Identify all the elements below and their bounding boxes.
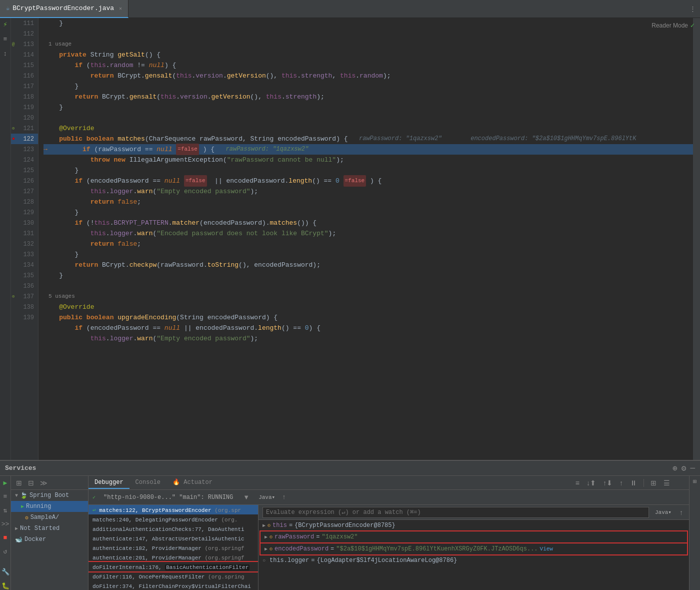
step-out-btn[interactable]: ↑⬇ [601,478,614,488]
var-item-this[interactable]: ▶ ⊙ this = {BCryptPasswordEncoder@8785} [258,520,689,531]
code-line-130: this.logger.warn("Encoded password does … [44,228,693,239]
return-icon: ↩ [92,507,99,513]
var-item-rawpassword[interactable]: ▶ ⊙ rawPassword = "1qazxsw2" [260,531,687,542]
code-line-124: } [44,165,693,176]
collapse-tree-btn[interactable]: ⊟ [26,478,36,488]
bug-icon[interactable]: 🐛 [2,582,10,590]
line-num-122: 122 ● [11,134,38,144]
var-arrow-this: ▶ [262,521,266,530]
stack-frame-6[interactable]: doFilterInternal:176, BasicAuthenticatio… [88,562,258,571]
evaluate-toolbar: Java▾ ↑ [258,505,689,520]
line-num-127: 127 [11,186,38,197]
code-line-134: } [44,270,693,281]
arrow-icon: ▼ [15,493,18,498]
gear-small-icon: ⚙ [25,514,28,521]
variables-java-badge[interactable]: Java▾ [652,508,674,516]
line-num-139: 139 [11,312,38,323]
line-num-125: 125 [11,165,38,176]
filter-button[interactable]: ▼ [241,493,252,501]
debugger-panel: Debugger Console 🔥 Actuator ≡ ↓⬆ ↑⬇ ↑ ⏸ [88,476,689,590]
tree-item-docker-label: Docker [24,536,46,543]
expand-icon[interactable]: >> [2,520,10,528]
settings-icon[interactable]: ⚙ [682,463,686,473]
list-icon[interactable]: ≡ [4,493,8,500]
running-status: "http-nio-9080-e..." "main": RUNNING [100,493,237,502]
add-watch-btn[interactable]: ↑ [678,507,685,517]
close-icon[interactable]: ✕ [119,6,122,12]
line-num-138: 138 [11,302,38,312]
minimize-icon[interactable]: — [690,464,695,473]
line-num-119: 119 [11,102,38,113]
tree-item-docker[interactable]: 🐋 Docker [11,534,88,545]
globe-icon[interactable]: ⊕ [672,463,678,473]
var-name-this: this [272,521,287,530]
tab-console[interactable]: Console [130,477,166,489]
code-line-135 [44,281,693,291]
code-line-115: return BCrypt.gensalt(this.version.getVe… [44,71,693,81]
line-num-123: 123 [11,144,38,155]
code-line-111: } [44,18,693,29]
code-line-128: } [44,207,693,218]
panel-icon-2[interactable]: ≡ [4,36,8,43]
var-item-encoded[interactable]: ▶ ⊙ encodedPassword = "$2a$10$1gHHMqYmv7… [260,543,687,554]
rerun-icon[interactable]: ↺ [4,547,8,555]
sort-icon[interactable]: ⇅ [4,506,8,514]
stack-frame-8[interactable]: doFilter:374, FilterChainProxy$VirtualFi… [88,581,258,590]
editor-scrollbar[interactable] [693,18,700,460]
right-icon-1[interactable]: ⊞ [693,478,696,485]
var-eq-enc: = [330,544,334,554]
view-link[interactable]: View [540,544,553,554]
usage-hint-136: 5 usages [44,291,693,302]
expand-tree-btn[interactable]: ⊞ [14,478,24,488]
tab-debugger[interactable]: Debugger [88,477,130,489]
panel-icon-3[interactable]: ↕ [4,50,8,58]
line-num-115: 115 [11,60,38,71]
pause-btn[interactable]: ⏸ [628,478,639,488]
tree-panel: ⊞ ⊟ ≫ ▼ 🍃 Spring Boot ▶ Running ⚙ Sample… [11,476,88,590]
debugger-content: Debugger Console 🔥 Actuator ≡ ↓⬆ ↑⬇ ↑ ⏸ [88,476,689,590]
code-line-133: return BCrypt.checkpw(rawPassword.toStri… [44,260,693,270]
services-header-icons: ⊕ ⚙ — [672,463,695,473]
step-into-btn[interactable]: ↓⬆ [584,478,598,488]
line-num-120: 120 [11,113,38,123]
stack-frame-0[interactable]: ↩ matches:122, BCryptPasswordEncoder (or… [88,505,258,514]
wrench-icon[interactable]: 🔧 [2,568,10,576]
reader-mode-button[interactable]: Reader Mode ✓ [652,22,695,29]
tree-item-springboot[interactable]: ▼ 🍃 Spring Boot [11,490,88,501]
add-watch-icon[interactable]: ↑ [282,493,286,501]
stack-frame-3[interactable]: authenticate:147, AbstractUserDetailsAut… [88,533,258,543]
move-btn[interactable]: ≫ [38,478,50,488]
run-cursor-btn[interactable]: ↑ [618,478,625,488]
stack-frame-1[interactable]: matches:240, DelegatingPasswordEncoder (… [88,514,258,524]
evaluate-input[interactable] [262,507,649,518]
panel-icon-1[interactable]: ⚡ [3,20,7,29]
line-num-129: 129 [11,207,38,218]
code-line-131: return false; [44,239,693,249]
line-num-137: 137 ⊙ [11,291,38,302]
tab-menu-icon[interactable]: ⋮ [686,1,700,17]
java-badge[interactable]: Java▾ [256,493,278,501]
tree-item-label: Spring Boot [30,492,69,499]
tree-item-sample[interactable]: ⚙ SampleA/ [11,512,88,523]
table-view-btn[interactable]: ⊞ [648,478,658,488]
stack-frame-2[interactable]: additionalAuthenticationChecks:77, DaoAu… [88,524,258,533]
code-line-116: } [44,81,693,92]
stack-frame-7[interactable]: doFilter:116, OncePerRequestFilter (org.… [88,571,258,581]
code-line-113: private String getSalt() { [44,50,693,60]
list-view-btn[interactable]: ☰ [662,478,672,488]
stop-icon[interactable]: ■ [4,534,8,541]
step-over-btn[interactable]: ≡ [574,478,582,488]
code-editor[interactable]: } 1 usage private String getSalt() { if … [38,18,693,460]
tree-item-notstarted[interactable]: ▶ Not Started [11,523,88,534]
services-panel: Services ⊕ ⚙ — ▶ ≡ ⇅ >> ■ ↺ 🔧 🐛 [0,460,700,590]
var-item-logger[interactable]: ○ this.logger = {LogAdapter$Slf4jLocatio… [258,555,689,566]
var-val-raw: "1qazxsw2" [322,532,358,542]
file-tab[interactable]: ☕ BCryptPasswordEncoder.java ✕ [0,0,128,18]
line-num-128: 128 [11,197,38,207]
tree-item-running[interactable]: ▶ Running [11,501,88,512]
line-num-124: 124 [11,155,38,165]
stack-frame-4[interactable]: authenticate:182, ProviderManager (org.s… [88,543,258,552]
run-icon[interactable]: ▶ [4,479,8,487]
stack-frame-5[interactable]: authenticate:201, ProviderManager (org.s… [88,552,258,562]
tab-actuator[interactable]: 🔥 Actuator [166,476,218,489]
